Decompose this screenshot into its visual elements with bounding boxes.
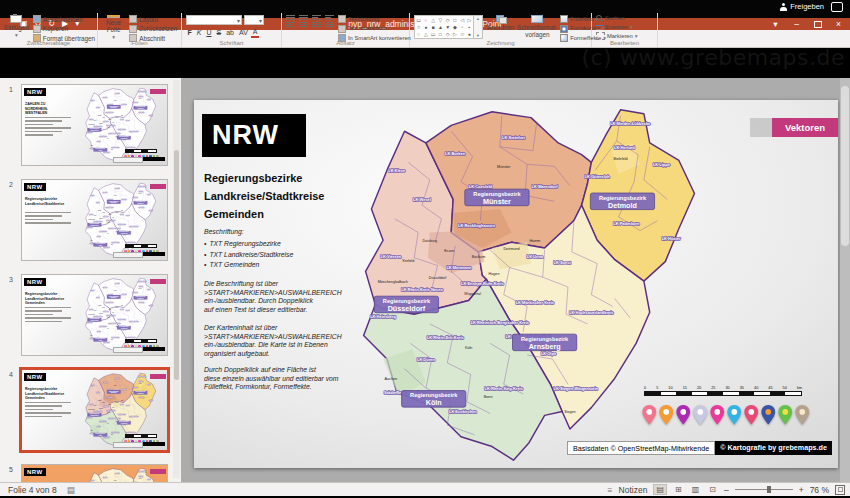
map-pin[interactable]	[727, 405, 742, 425]
slide-thumbnail-1[interactable]: 1NRWZAHLEN ZU NORDRHEIN-WESTFALEN	[21, 84, 168, 166]
shape-icon[interactable]: ●	[468, 31, 471, 37]
new-slide-button[interactable]: Neue Folie ▾	[102, 15, 125, 38]
shape-icon[interactable]: ▷	[467, 17, 471, 23]
shape-icon[interactable]: ▫	[461, 24, 463, 30]
select-button[interactable]: Markieren▾	[596, 32, 638, 40]
map-pin[interactable]	[642, 405, 657, 425]
slideshow-view-icon[interactable]: ⊡	[707, 485, 718, 494]
zoom-out-icon[interactable]: –	[724, 485, 729, 495]
notes-toggle[interactable]: Notizen	[619, 485, 648, 495]
shape-icon[interactable]: ☆	[416, 24, 420, 30]
slide-thumbnail-2[interactable]: 2NRWRegierungsbezirke Landkreise/Stadtkr…	[21, 179, 168, 261]
shape-icon[interactable]: ▼	[445, 24, 450, 30]
minimize-icon[interactable]: –	[787, 18, 806, 30]
slide-heading-2[interactable]: Landkreise/Stadtkreise	[204, 190, 344, 202]
slide-bullet-list[interactable]: Beschriftung: TXT Regierungsbezirke TXT …	[204, 228, 344, 271]
map-pin[interactable]	[744, 405, 759, 425]
font-name-input[interactable]: ▾	[186, 15, 242, 25]
slide-thumbnail-4[interactable]: 4NRWRegierungsbezirke Landkreise/Stadtkr…	[21, 369, 168, 451]
italic-button[interactable]: K	[195, 28, 203, 37]
arrange-button[interactable]: Anordnen	[487, 15, 514, 38]
bold-button[interactable]: F	[186, 28, 193, 37]
normal-view-icon[interactable]: ▤	[653, 484, 667, 495]
find-button[interactable]: Suchen	[596, 15, 638, 22]
replace-button[interactable]: Ersetzen▾	[596, 24, 638, 31]
slide-thumbnail-3[interactable]: 3NRWRegierungsbezirke Landkreise/Stadtkr…	[21, 274, 168, 356]
shape-icon[interactable]: ▷	[453, 31, 457, 37]
justify-icon[interactable]	[325, 22, 334, 27]
map-pin[interactable]	[710, 405, 725, 425]
text-shadow-button[interactable]: ab	[225, 28, 236, 37]
align-text-button[interactable]: Text ausrichten	[338, 25, 411, 33]
restore-icon[interactable]	[808, 18, 827, 30]
map-pin[interactable]	[761, 405, 776, 425]
map-pin[interactable]	[676, 405, 691, 425]
increase-indent-icon[interactable]	[325, 15, 334, 20]
canvas-scrollbar[interactable]	[840, 78, 850, 482]
shape-icon[interactable]: ◇	[446, 17, 450, 23]
paste-button[interactable]: Einfügen ▾	[4, 15, 29, 38]
slide-heading-3[interactable]: Gemeinden	[204, 208, 344, 220]
slide-paragraph-3[interactable]: Durch Doppelklick auf eine Fläche ist di…	[204, 366, 344, 392]
map-pin[interactable]	[795, 405, 810, 425]
text-direction-button[interactable]: Textrichtung	[338, 15, 411, 23]
slide-paragraph-2[interactable]: Der Karteninhalt ist über >START>MARKIER…	[204, 324, 344, 358]
shape-icon[interactable]: ▭	[416, 17, 421, 23]
slide-4[interactable]: NRW Vektoren Regierungsbezirke Landkreis…	[194, 100, 838, 468]
shape-icon[interactable]: ○	[424, 17, 427, 23]
slide-paragraph-1[interactable]: Die Beschriftung ist über >START>MARKIER…	[204, 280, 344, 314]
map-pins-row[interactable]	[642, 405, 810, 425]
layout-button[interactable]: Layout	[129, 15, 177, 23]
slide-thumbnail-5[interactable]: 5NRWRegierungsbezirke	[21, 464, 168, 482]
shape-icon[interactable]: ▭	[431, 31, 436, 37]
shape-icon[interactable]: □	[453, 17, 456, 23]
strikethrough-button[interactable]: S	[215, 28, 223, 37]
align-right-icon[interactable]	[312, 22, 321, 27]
thumbnail-scrollbar[interactable]	[173, 80, 180, 478]
numbering-icon[interactable]	[299, 15, 308, 20]
shape-icon[interactable]: ☆	[460, 31, 464, 37]
scroll-up-icon[interactable]: ▴	[477, 16, 479, 21]
slide-heading-1[interactable]: Regierungsbezirke	[204, 172, 344, 184]
shape-icon[interactable]: ▪	[468, 24, 470, 30]
comments-icon[interactable]	[831, 2, 843, 12]
shape-icon[interactable]: ◁	[460, 17, 464, 23]
map-scalebar[interactable]: 05101520253035404550km	[644, 386, 802, 396]
ribbon-display-options-icon[interactable]: ▾	[766, 18, 785, 30]
shape-icon[interactable]: △	[431, 17, 435, 23]
shape-icon[interactable]: □	[439, 31, 442, 37]
slide-kicker-box[interactable]: NRW	[202, 114, 306, 157]
shape-icon[interactable]: ▽	[438, 17, 442, 23]
shape-icon[interactable]: ●	[424, 24, 427, 30]
close-icon[interactable]: ×	[829, 18, 848, 30]
vektoren-badge[interactable]: Vektoren	[772, 118, 838, 137]
underline-button[interactable]: U	[205, 28, 213, 37]
reading-view-icon[interactable]: ▥	[690, 485, 702, 494]
shape-icon[interactable]: ◆	[453, 24, 457, 30]
copy-button[interactable]: Kopieren	[33, 25, 95, 33]
font-size-input[interactable]: ▾	[244, 15, 264, 25]
shape-icon[interactable]: ■	[432, 24, 435, 30]
share-button[interactable]: Freigeben	[780, 0, 824, 13]
char-spacing-button[interactable]: AV	[237, 28, 249, 37]
decrease-indent-icon[interactable]	[312, 15, 321, 20]
map-pin[interactable]	[659, 405, 674, 425]
map-pin[interactable]	[778, 405, 793, 425]
shape-icon[interactable]: ▲	[438, 24, 443, 30]
map-pin[interactable]	[693, 405, 708, 425]
fit-slide-icon[interactable]	[835, 485, 845, 495]
shapes-gallery[interactable]: ▭○△▽◇□◁▷☆●■▲▼◆▫▪○△▭□◇▷☆●	[414, 15, 474, 39]
shape-icon[interactable]: △	[424, 31, 428, 37]
zoom-percentage[interactable]: 76 %	[810, 485, 829, 495]
region-detmold[interactable]	[132, 468, 156, 482]
align-center-icon[interactable]	[299, 22, 308, 27]
slide-sorter-view-icon[interactable]: ⊞	[673, 485, 684, 494]
reset-button[interactable]: Zurücksetzen	[129, 25, 177, 33]
shape-icon[interactable]: ◇	[446, 31, 450, 37]
quick-styles-button[interactable]: Schnellformat- vorlagen	[518, 15, 556, 38]
bullets-icon[interactable]	[286, 15, 295, 20]
cut-button[interactable]: Ausschneiden	[33, 15, 95, 23]
align-left-icon[interactable]	[286, 22, 295, 27]
zoom-slider[interactable]	[735, 489, 793, 490]
shapes-gallery-scroll[interactable]: ▴ ▾	[474, 15, 483, 39]
